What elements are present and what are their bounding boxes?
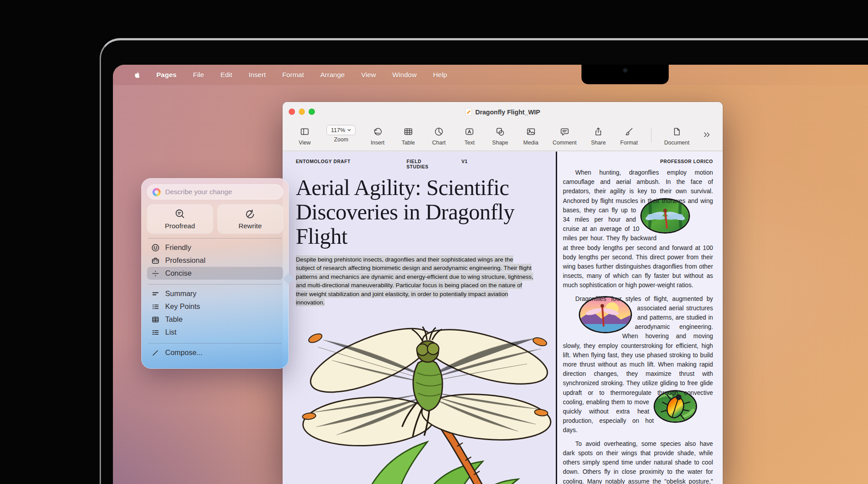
menu-help[interactable]: Help [433, 71, 447, 79]
share-icon [593, 125, 603, 138]
menu-bar: Pages File Edit Insert Format Arrange Vi… [113, 65, 868, 85]
toolbar: View 117% Zoom Insert [283, 122, 723, 151]
describe-change-input[interactable] [164, 187, 278, 196]
insert-button[interactable]: Insert [369, 125, 387, 146]
text-button[interactable]: Text [461, 125, 478, 146]
summary-lines-icon [151, 290, 160, 298]
document-icon [672, 125, 682, 138]
smiley-icon [151, 244, 160, 252]
compress-icon [151, 269, 160, 277]
table-grid-icon [151, 316, 160, 324]
proofread-button[interactable]: Proofread [147, 204, 213, 234]
document-proxy-icon [465, 108, 472, 116]
share-button[interactable]: Share [589, 125, 607, 146]
toolbar-separator [651, 128, 651, 143]
menu-file[interactable]: File [193, 71, 204, 79]
menu-insert[interactable]: Insert [248, 71, 266, 79]
page-left-column[interactable]: ENTOMOLOGY DRAFT FIELD STUDIES V1 Aerial… [283, 152, 557, 484]
camera-notch [581, 65, 669, 84]
menu-pages[interactable]: Pages [156, 71, 177, 79]
title-bar[interactable]: Dragonfly Flight_WIP [283, 102, 723, 122]
menu-window[interactable]: Window [392, 71, 417, 79]
doc-header-left[interactable]: ENTOMOLOGY DRAFT [296, 159, 407, 169]
zoom-control[interactable]: 117% Zoom [326, 125, 356, 143]
rewrite-button[interactable]: Rewrite [217, 204, 283, 234]
document-button[interactable]: Document [664, 125, 690, 146]
comment-button[interactable]: Comment [553, 125, 577, 146]
zoom-value: 117% [331, 127, 345, 133]
pie-chart-icon [434, 125, 444, 138]
selection-highlight: Despite being prehistoric insects, drago… [296, 255, 533, 307]
magnifier-icon [174, 208, 186, 220]
media-button[interactable]: Media [522, 125, 540, 146]
rewrite-circle-icon [244, 208, 256, 220]
menu-arrange[interactable]: Arrange [320, 71, 345, 79]
chevron-down-icon [347, 128, 351, 132]
selected-paragraph[interactable]: Despite being prehistoric insects, drago… [296, 255, 534, 307]
compose-pencil-icon [151, 349, 160, 357]
bullet-list-icon [151, 303, 160, 311]
shapes-icon [495, 125, 505, 138]
pages-window: Dragonfly Flight_WIP View 117% Zoom [283, 102, 723, 484]
doc-header-center[interactable]: FIELD STUDIES [407, 159, 445, 169]
popover-divider [148, 238, 282, 238]
menu-edit[interactable]: Edit [221, 71, 232, 79]
dash-list-icon [151, 328, 160, 336]
table-icon [403, 125, 413, 138]
paragraph-1[interactable]: When hunting, dragonflies employ motion … [563, 168, 713, 290]
shape-button[interactable]: Shape [491, 125, 509, 146]
apple-icon [133, 71, 140, 79]
text-box-icon [465, 125, 474, 138]
paragraph-2[interactable]: Dragonflies' [563, 294, 713, 435]
style-option-friendly[interactable]: Friendly [147, 241, 283, 254]
doc-header-version[interactable]: V1 [461, 159, 468, 169]
compose-option[interactable]: Compose... [147, 346, 283, 359]
doc-byline[interactable]: PROFESSOR LORICO [563, 159, 713, 164]
format-option-table[interactable]: Table [147, 313, 283, 326]
describe-change-field[interactable] [147, 184, 283, 199]
table-button[interactable]: Table [399, 125, 417, 146]
double-chevron-right-icon [702, 130, 711, 139]
comment-bubble-icon [560, 125, 570, 138]
paragraph-3[interactable]: To avoid overheating, some species also … [563, 439, 713, 484]
menu-format[interactable]: Format [282, 71, 304, 79]
view-button[interactable]: View [296, 125, 314, 146]
camera-icon [623, 68, 628, 73]
insert-icon [373, 125, 383, 138]
dragonfly-illustration[interactable] [297, 311, 552, 484]
popover-divider [148, 343, 282, 343]
sidebar-icon [300, 125, 310, 138]
page-right-column[interactable]: PROFESSOR LORICO When hunting, dragonfli… [557, 152, 723, 484]
desktop: Pages File Edit Insert Format Arrange Vi… [113, 65, 868, 484]
more-toolbar-items-button[interactable] [702, 128, 711, 141]
style-option-concise[interactable]: Concise [147, 267, 283, 280]
apple-intelligence-icon [152, 188, 161, 196]
format-option-key-points[interactable]: Key Points [147, 300, 283, 313]
document-canvas: ENTOMOLOGY DRAFT FIELD STUDIES V1 Aerial… [283, 152, 723, 484]
format-button[interactable]: Format [620, 125, 638, 146]
briefcase-icon [151, 257, 160, 265]
paintbrush-icon [624, 125, 634, 138]
document-heading[interactable]: Aerial Agility: Scientific Discoveries i… [296, 176, 537, 249]
menu-view[interactable]: View [361, 71, 376, 79]
photo-icon [526, 125, 536, 138]
apple-menu[interactable] [133, 71, 140, 79]
format-option-summary[interactable]: Summary [147, 287, 283, 300]
chart-button[interactable]: Chart [430, 125, 448, 146]
zoom-chip[interactable]: 117% [326, 125, 356, 135]
window-title: Dragonfly Flight_WIP [475, 109, 540, 116]
popover-divider [148, 284, 282, 285]
macbook-screenshot: Pages File Edit Insert Format Arrange Vi… [0, 0, 868, 484]
rewrite-label: Rewrite [238, 222, 262, 230]
paragraph-1-text-b: by flight muscles in their thoraxes and … [563, 198, 713, 289]
paragraph-3-text: To avoid overheating, some species also … [563, 441, 713, 484]
writing-tools-popover: Proofread Rewrite Friendly [141, 178, 289, 369]
style-option-professional[interactable]: Professional [147, 254, 283, 267]
format-option-list[interactable]: List [147, 326, 283, 339]
paragraph-2-text-a: Dragonflies' [575, 296, 607, 302]
proofread-label: Proofread [165, 222, 195, 230]
